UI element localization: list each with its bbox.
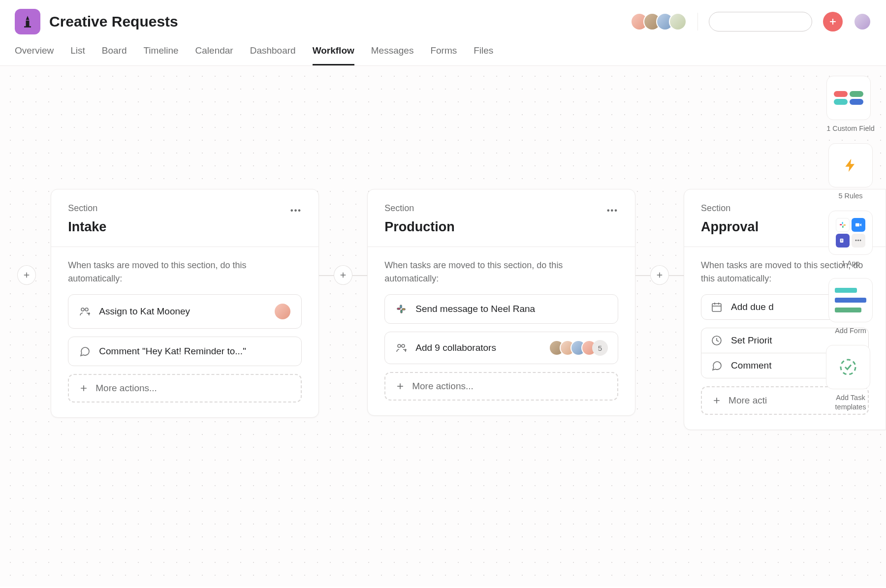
plus-icon [828, 17, 838, 27]
rule-comment[interactable]: Comment "Hey Kat! Reminder to..." [68, 337, 302, 366]
workflow-side-panel: 1 Custom Field 5 Rules T [826, 76, 875, 412]
slack-icon [395, 303, 408, 315]
svg-rect-33 [840, 224, 842, 225]
connector-line [635, 275, 650, 276]
svg-rect-37 [855, 223, 859, 226]
project-tabs: Overview List Board Timeline Calendar Da… [15, 45, 871, 65]
more-actions-button[interactable]: More actions... [68, 374, 302, 402]
bolt-icon [843, 157, 858, 173]
plus-icon [712, 396, 722, 405]
teams-icon: T [836, 234, 850, 248]
svg-rect-14 [397, 308, 400, 309]
connector-line [319, 275, 334, 276]
add-section-button[interactable] [650, 265, 669, 285]
svg-point-40 [841, 360, 855, 374]
avatar [669, 13, 687, 31]
section-title[interactable]: Intake [68, 219, 106, 235]
tab-dashboard[interactable]: Dashboard [250, 45, 296, 65]
rule-slack-message[interactable]: Send message to Neel Rana [384, 294, 618, 324]
section-title[interactable]: Approval [701, 219, 759, 235]
plus-icon [655, 271, 664, 279]
avatar [274, 303, 291, 320]
tab-list[interactable]: List [70, 45, 85, 65]
panel-task-templates[interactable]: Add Task templates [826, 345, 875, 412]
workflow-canvas[interactable]: Section Intake ••• When tasks are moved … [0, 66, 886, 587]
tab-workflow[interactable]: Workflow [313, 45, 354, 65]
project-title: Creative Requests [49, 13, 178, 30]
plus-icon [339, 271, 348, 279]
project-members[interactable] [635, 13, 687, 31]
tab-overview[interactable]: Overview [15, 45, 54, 65]
rule-text: Assign to Kat Mooney [99, 306, 266, 317]
connector-line [352, 275, 367, 276]
svg-point-7 [85, 308, 88, 311]
rule-assign[interactable]: Assign to Kat Mooney [68, 294, 302, 329]
tab-messages[interactable]: Messages [371, 45, 414, 65]
calendar-icon [710, 301, 723, 313]
more-actions-button[interactable]: More actions... [384, 372, 618, 401]
section-label: Section [384, 203, 455, 214]
svg-rect-34 [842, 222, 843, 224]
search-input[interactable] [709, 12, 812, 31]
panel-add-form[interactable]: Add Form [828, 278, 873, 336]
svg-text:T: T [841, 239, 843, 242]
automation-hint: When tasks are moved to this section, do… [68, 259, 302, 285]
svg-rect-26 [712, 304, 721, 311]
more-apps-icon: ••• [852, 234, 865, 248]
rule-text: Send message to Neel Rana [415, 304, 608, 314]
tab-board[interactable]: Board [102, 45, 127, 65]
collaborators-icon [395, 341, 408, 354]
priority-icon [710, 334, 723, 347]
rule-add-collaborators[interactable]: Add 9 collaborators 5 [384, 332, 618, 364]
svg-rect-16 [402, 309, 405, 310]
svg-rect-35 [844, 224, 846, 225]
comment-icon [78, 345, 91, 358]
connector-line [669, 275, 684, 276]
divider [697, 13, 698, 31]
add-button[interactable] [823, 12, 843, 31]
svg-point-6 [81, 308, 84, 311]
svg-rect-36 [842, 225, 843, 228]
section-label: Section [701, 203, 759, 214]
project-header: Creative Requests Overview List Board Ti… [0, 0, 886, 66]
add-section-button[interactable] [17, 265, 36, 285]
panel-custom-fields[interactable]: 1 Custom Field [826, 76, 875, 133]
add-section-button[interactable] [334, 265, 352, 285]
tab-calendar[interactable]: Calendar [195, 45, 233, 65]
collaborator-avatars: 5 [554, 340, 608, 356]
plus-icon [22, 271, 31, 279]
comment-icon [710, 359, 723, 372]
panel-apps[interactable]: T ••• 1 App [828, 211, 873, 268]
plus-icon [395, 381, 405, 391]
tab-files[interactable]: Files [474, 45, 493, 65]
automation-hint: When tasks are moved to this section, do… [384, 259, 618, 285]
assign-icon [78, 305, 91, 318]
user-avatar[interactable] [854, 13, 871, 31]
svg-rect-17 [401, 310, 402, 313]
check-circle-dashed-icon [839, 358, 857, 376]
section-title[interactable]: Production [384, 219, 455, 235]
collaborator-overflow-count: 5 [592, 340, 608, 356]
project-icon [15, 9, 40, 34]
section-card-production: Section Production ••• When tasks are mo… [367, 189, 635, 416]
svg-point-19 [402, 344, 405, 347]
section-card-intake: Section Intake ••• When tasks are moved … [51, 189, 319, 418]
tab-forms[interactable]: Forms [430, 45, 457, 65]
svg-point-18 [398, 344, 401, 347]
slack-icon [836, 218, 850, 232]
section-menu-button[interactable]: ••• [290, 206, 302, 215]
section-menu-button[interactable]: ••• [607, 206, 618, 215]
panel-rules[interactable]: 5 Rules [828, 143, 873, 201]
rule-text: Comment "Hey Kat! Reminder to..." [99, 346, 291, 357]
svg-rect-15 [400, 305, 402, 308]
rule-text: Add 9 collaborators [415, 342, 546, 353]
plus-icon [79, 383, 89, 393]
section-label: Section [68, 203, 106, 214]
zoom-icon [852, 218, 865, 232]
tab-timeline[interactable]: Timeline [143, 45, 178, 65]
